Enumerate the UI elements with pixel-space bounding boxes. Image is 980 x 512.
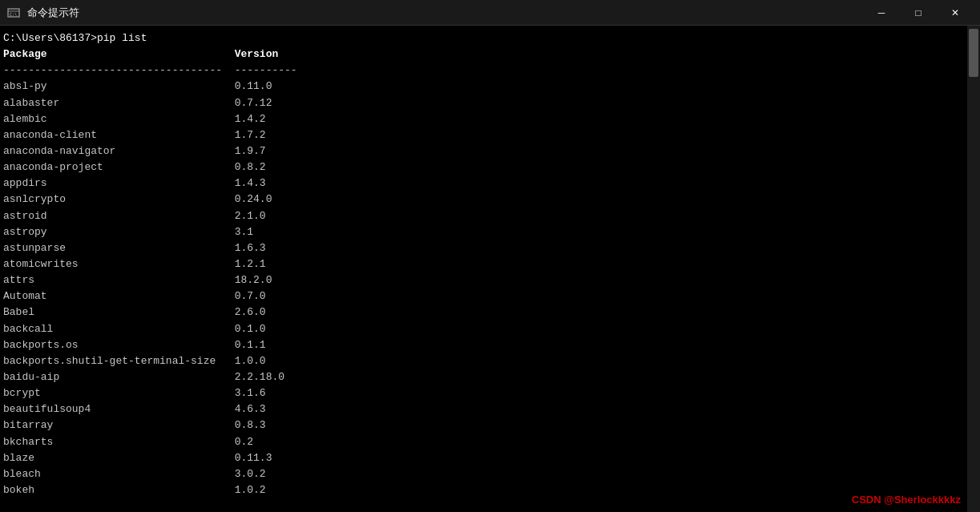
- table-row: beautifulsoup4 4.6.3: [3, 401, 964, 417]
- table-row: backports.shutil-get-terminal-size 1.0.0: [3, 353, 964, 369]
- table-row: astropy 3.1: [3, 224, 964, 240]
- terminal-content: C:\Users\86137>pip list Package Version …: [0, 26, 967, 512]
- table-row: baidu-aip 2.2.18.0: [3, 369, 964, 385]
- app-icon: C:\: [6, 6, 21, 20]
- separator-line: ----------------------------------- ----…: [3, 62, 964, 79]
- table-row: bkcharts 0.2: [3, 434, 964, 450]
- scrollbar-thumb[interactable]: [969, 29, 978, 77]
- table-row: alembic 1.4.2: [3, 111, 964, 127]
- table-row: astunparse 1.6.3: [3, 240, 964, 256]
- table-row: Automat 0.7.0: [3, 288, 964, 304]
- table-row: appdirs 1.4.3: [3, 175, 964, 191]
- table-row: anaconda-navigator 1.9.7: [3, 143, 964, 159]
- svg-text:C:\: C:\: [10, 13, 17, 18]
- table-row: asnlcrypto 0.24.0: [3, 191, 964, 208]
- close-button[interactable]: ✕: [937, 0, 974, 26]
- table-row: attrs 18.2.0: [3, 272, 964, 288]
- package-list: absl-py 0.11.0alabaster 0.7.12alembic 1.…: [3, 79, 964, 498]
- table-row: alabaster 0.7.12: [3, 95, 964, 111]
- table-row: absl-py 0.11.0: [3, 79, 964, 95]
- minimize-button[interactable]: ─: [863, 0, 900, 26]
- table-row: anaconda-project 0.8.2: [3, 159, 964, 175]
- table-row: bleach 3.0.2: [3, 466, 964, 482]
- header-line: Package Version: [3, 46, 964, 62]
- table-row: backports.os 0.1.1: [3, 337, 964, 353]
- table-row: anaconda-client 1.7.2: [3, 127, 964, 143]
- table-row: Babel 2.6.0: [3, 304, 964, 321]
- table-row: bcrypt 3.1.6: [3, 385, 964, 401]
- maximize-button[interactable]: □: [900, 0, 937, 26]
- window-title: 命令提示符: [27, 6, 863, 20]
- table-row: blaze 0.11.3: [3, 450, 964, 466]
- csdn-watermark: CSDN @Sherlockkkkz: [852, 494, 961, 506]
- table-row: bokeh 1.0.2: [3, 482, 964, 498]
- table-row: backcall 0.1.0: [3, 321, 964, 337]
- table-row: astroid 2.1.0: [3, 208, 964, 224]
- command-line: C:\Users\86137>pip list: [3, 30, 964, 46]
- table-row: bitarray 0.8.3: [3, 417, 964, 433]
- scrollbar[interactable]: [967, 26, 980, 512]
- window-controls: ─ □ ✕: [863, 0, 974, 26]
- titlebar: C:\ 命令提示符 ─ □ ✕: [0, 0, 980, 26]
- table-row: atomicwrites 1.2.1: [3, 256, 964, 272]
